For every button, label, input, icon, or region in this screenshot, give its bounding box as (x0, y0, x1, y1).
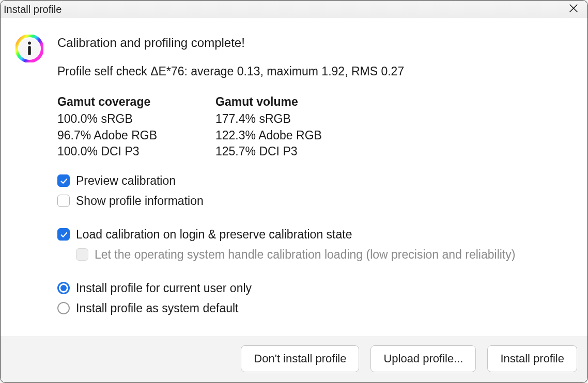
install-current-user-label: Install profile for current user only (76, 280, 252, 296)
gamut-volume-adobe: 122.3% Adobe RGB (215, 127, 345, 143)
show-profile-info-label: Show profile information (76, 193, 204, 209)
gamut-coverage-srgb: 100.0% sRGB (57, 111, 187, 127)
load-on-login-checkbox[interactable] (57, 228, 70, 241)
preview-calibration-label: Preview calibration (76, 173, 176, 189)
load-on-login-label: Load calibration on login & preserve cal… (76, 227, 352, 243)
gamut-coverage-heading: Gamut coverage (57, 94, 187, 110)
install-system-default-radio[interactable] (57, 302, 70, 314)
checkbox-group-1: Preview calibration Show profile informa… (57, 171, 573, 211)
window-title: Install profile (4, 4, 61, 15)
titlebar: Install profile (1, 1, 587, 18)
os-handle-label: Let the operating system handle calibrat… (95, 247, 515, 263)
main-column: Calibration and profiling complete! Prof… (57, 35, 573, 331)
radio-group: Install profile for current user only In… (57, 278, 573, 318)
svg-rect-5 (28, 46, 31, 55)
install-profile-button[interactable]: Install profile (487, 345, 577, 372)
gamut-volume-heading: Gamut volume (215, 94, 345, 110)
os-handle-checkbox (76, 248, 88, 261)
load-on-login-row: Load calibration on login & preserve cal… (57, 225, 573, 245)
close-button[interactable] (564, 2, 583, 17)
headline-text: Calibration and profiling complete! (57, 35, 573, 51)
os-handle-row: Let the operating system handle calibrat… (57, 245, 573, 265)
dialog-footer: Don't install profile Upload profile... … (1, 337, 587, 382)
self-check-text: Profile self check ΔE*76: average 0.13, … (57, 63, 573, 79)
gamut-volume-srgb: 177.4% sRGB (215, 111, 345, 127)
show-profile-info-row: Show profile information (57, 191, 573, 211)
info-icon (16, 35, 43, 62)
install-current-user-radio[interactable] (57, 282, 70, 294)
preview-calibration-row: Preview calibration (57, 171, 573, 191)
close-icon (568, 3, 579, 16)
check-icon (59, 177, 68, 185)
dont-install-button[interactable]: Don't install profile (241, 345, 359, 372)
dialog-content: Calibration and profiling complete! Prof… (1, 18, 587, 337)
install-profile-dialog: Install profile (0, 0, 588, 383)
upload-profile-button[interactable]: Upload profile... (370, 345, 476, 372)
show-profile-info-checkbox[interactable] (57, 195, 70, 207)
svg-point-4 (28, 42, 31, 45)
check-icon (59, 230, 68, 239)
gamut-section: Gamut coverage 100.0% sRGB 96.7% Adobe R… (57, 94, 573, 159)
preview-calibration-checkbox[interactable] (57, 174, 70, 187)
install-system-default-label: Install profile as system default (76, 300, 238, 316)
icon-column (15, 35, 44, 331)
gamut-coverage-column: Gamut coverage 100.0% sRGB 96.7% Adobe R… (57, 94, 187, 159)
checkbox-group-2: Load calibration on login & preserve cal… (57, 225, 573, 265)
gamut-volume-dcip3: 125.7% DCI P3 (215, 143, 345, 159)
install-current-user-row: Install profile for current user only (57, 278, 573, 298)
gamut-coverage-adobe: 96.7% Adobe RGB (57, 127, 187, 143)
install-system-default-row: Install profile as system default (57, 298, 573, 318)
gamut-volume-column: Gamut volume 177.4% sRGB 122.3% Adobe RG… (215, 94, 345, 159)
gamut-coverage-dcip3: 100.0% DCI P3 (57, 143, 187, 159)
